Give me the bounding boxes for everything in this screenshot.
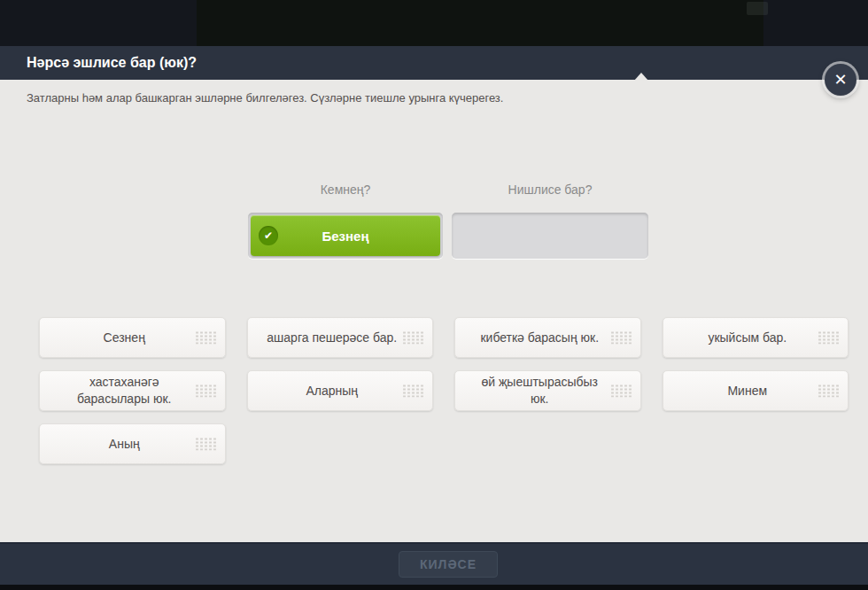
background-video-strip: [0, 0, 868, 46]
word-card-label: Аларның: [306, 383, 358, 400]
bottom-border-strip: [0, 585, 868, 590]
exercise-header-bar: Нәрсә эшлисе бар (юк)? ✔✔✔✔✔✔✔: [0, 46, 868, 80]
column-label-right: Нишлисе бар?: [452, 182, 648, 197]
close-button[interactable]: ✕: [825, 64, 856, 96]
drag-handle-icon: [195, 438, 217, 451]
word-card-label: хастаханәгә барасылары юк.: [56, 374, 193, 408]
dropzone-left[interactable]: ✔ Безнең: [248, 213, 443, 259]
drag-handle-icon: [610, 331, 632, 345]
drag-handle-icon: [195, 331, 217, 345]
drag-handle-icon: [402, 384, 424, 398]
word-card[interactable]: кибеткә барасың юк.: [454, 317, 641, 358]
word-card[interactable]: укыйсым бар.: [663, 317, 849, 358]
placed-answer-card[interactable]: ✔ Безнең: [251, 215, 440, 256]
correct-check-icon: ✔: [259, 226, 278, 245]
task-instruction: Затларны һәм алар башкарган эшләрне билг…: [27, 91, 503, 105]
word-card-label: ашарга пешерәсе бар.: [267, 330, 397, 346]
word-card[interactable]: Сезнең: [39, 317, 226, 358]
drag-handle-icon: [610, 384, 632, 398]
column-label-left: Кемнең?: [248, 182, 443, 197]
drag-handle-icon: [818, 384, 840, 398]
word-card[interactable]: өй җыештырасыбыз юк.: [454, 370, 641, 411]
word-card[interactable]: Аларның: [247, 370, 434, 411]
placed-answer-label: Безнең: [322, 229, 368, 244]
next-button[interactable]: КИЛӘСЕ: [399, 551, 498, 578]
word-card-label: кибеткә барасың юк.: [480, 330, 599, 346]
word-card-label: Аның: [109, 436, 140, 453]
drag-handle-icon: [818, 331, 840, 345]
footer-bar: КИЛӘСЕ: [0, 542, 868, 585]
word-card-label: укыйсым бар.: [708, 330, 787, 346]
word-card-label: өй җыештырасыбыз юк.: [471, 374, 608, 408]
drag-handle-icon: [195, 384, 217, 398]
hd-badge-icon: [747, 2, 768, 15]
word-card[interactable]: ашарга пешерәсе бар.: [247, 317, 434, 358]
word-card[interactable]: Минем: [663, 370, 849, 411]
video-frame: [197, 0, 763, 46]
dropzone-right[interactable]: [452, 213, 648, 259]
word-card[interactable]: хастаханәгә барасылары юк.: [39, 370, 226, 411]
word-bank: Сезнеңашарга пешерәсе бар.кибеткә барасы…: [39, 317, 849, 464]
exercise-content: Затларны һәм алар башкарган эшләрне билг…: [0, 80, 868, 542]
word-card-label: Минем: [727, 383, 767, 400]
word-card-label: Сезнең: [104, 330, 145, 346]
exercise-title: Нәрсә эшлисе бар (юк)?: [27, 46, 197, 80]
word-card[interactable]: Аның: [39, 423, 226, 464]
drag-handle-icon: [402, 331, 424, 345]
